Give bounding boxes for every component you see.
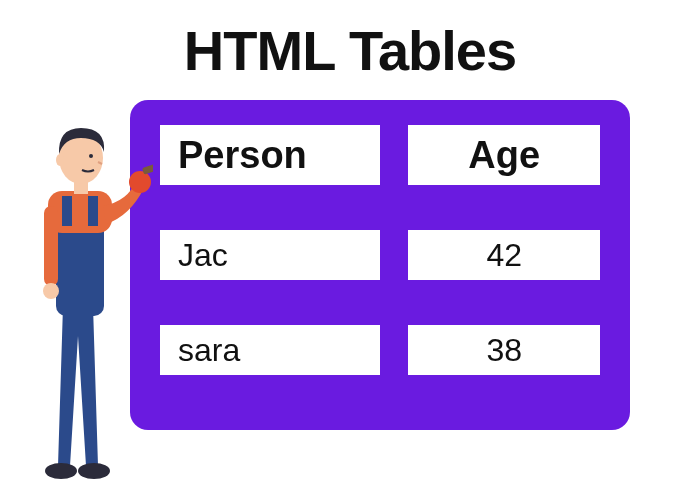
svg-point-1 bbox=[78, 463, 110, 479]
column-header-age: Age bbox=[408, 125, 600, 185]
svg-point-8 bbox=[129, 171, 151, 193]
table-row: Jac bbox=[160, 230, 380, 280]
table-panel: Person Age Jac 42 sara 38 bbox=[130, 100, 630, 430]
table-row: 38 bbox=[408, 325, 600, 375]
painter-illustration-icon bbox=[8, 96, 153, 486]
table-row: sara bbox=[160, 325, 380, 375]
column-header-person: Person bbox=[160, 125, 380, 185]
svg-point-7 bbox=[43, 283, 59, 299]
page-title: HTML Tables bbox=[0, 0, 700, 83]
svg-rect-6 bbox=[44, 206, 58, 286]
svg-point-14 bbox=[89, 154, 93, 158]
svg-rect-9 bbox=[142, 161, 153, 175]
table-row: 42 bbox=[408, 230, 600, 280]
svg-rect-5 bbox=[88, 196, 98, 226]
content-stage: Person Age Jac 42 sara 38 bbox=[0, 100, 700, 500]
svg-point-13 bbox=[56, 154, 64, 166]
svg-rect-4 bbox=[62, 196, 72, 226]
svg-point-0 bbox=[45, 463, 77, 479]
